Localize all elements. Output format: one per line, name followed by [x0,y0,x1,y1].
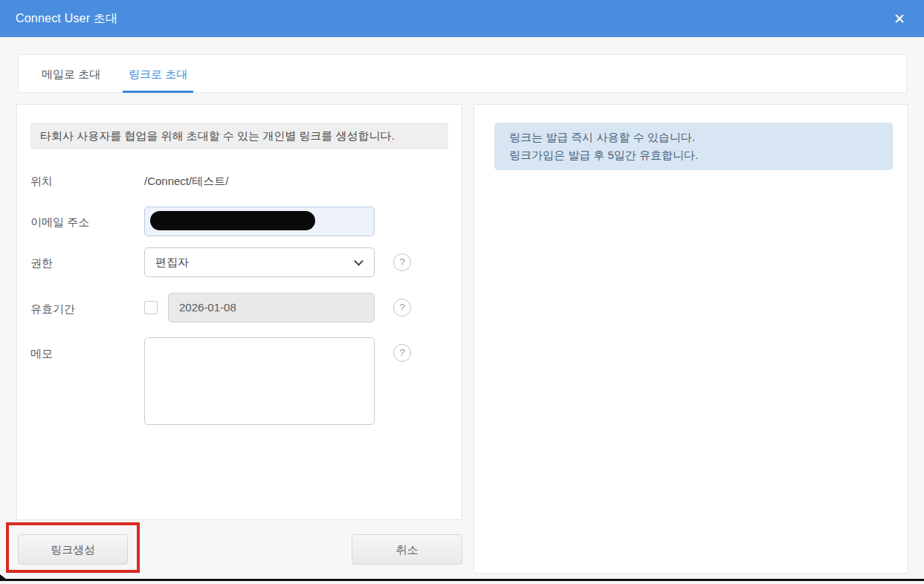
dialog-header: Connect User 초대 ✕ [0,0,924,37]
permission-select[interactable]: 편집자 [144,247,375,277]
tab-invite-by-mail[interactable]: 메일로 초대 [36,55,106,93]
email-field[interactable] [144,207,375,236]
memo-help-icon[interactable]: ? [393,344,411,362]
validity-date-field[interactable]: 2026-01-08 [168,293,375,322]
chevron-down-icon [354,256,364,266]
notice-box: 링크는 발급 즉시 사용할 수 있습니다. 링크가입은 발급 후 5일간 유효합… [494,123,893,170]
notice-line-1: 링크는 발급 즉시 사용할 수 있습니다. [509,129,878,146]
tab-bar: 메일로 초대 링크로 초대 [18,54,907,93]
dialog-title: Connect User 초대 [16,11,117,27]
permission-help-icon[interactable]: ? [393,253,411,271]
notice-line-2: 링크가입은 발급 후 5일간 유효합니다. [509,146,878,164]
notice-panel: 링크는 발급 즉시 사용할 수 있습니다. 링크가입은 발급 후 5일간 유효합… [474,104,908,574]
memo-textarea[interactable] [144,337,375,425]
validity-checkbox[interactable] [144,301,158,314]
location-label: 위치 [30,173,53,189]
permission-label: 권한 [30,255,53,271]
permission-selected-value: 편집자 [155,256,189,268]
form-description: 타회사 사용자를 협업을 위해 초대할 수 있는 개인별 링크를 생성합니다. [30,123,448,149]
create-link-button[interactable]: 링크생성 [18,534,128,565]
close-icon[interactable]: ✕ [888,0,911,37]
location-value: /Connect/테스트/ [144,173,228,189]
tab-invite-by-link[interactable]: 링크로 초대 [123,55,193,93]
email-label: 이메일 주소 [30,214,89,230]
cancel-button[interactable]: 취소 [352,534,462,565]
redaction-overlay [150,211,315,230]
validity-help-icon[interactable]: ? [393,299,411,317]
window-bottom-edge [0,579,924,581]
validity-label: 유효기간 [30,301,75,317]
memo-label: 메모 [30,345,53,362]
invite-link-form: 타회사 사용자를 협업을 위해 초대할 수 있는 개인별 링크를 생성합니다. … [16,104,462,520]
